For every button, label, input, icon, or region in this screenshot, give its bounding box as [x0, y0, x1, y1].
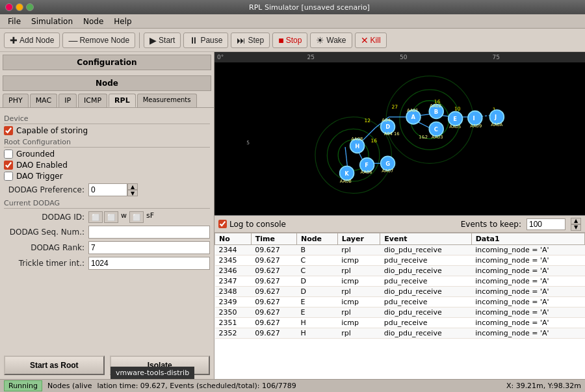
capable-storing-label: Capable of storing: [16, 126, 88, 135]
events-spin-down[interactable]: ▼: [571, 224, 581, 231]
cell-no: 2345: [215, 255, 252, 266]
cell-event: dio_pdu_receive: [380, 266, 471, 276]
svg-text:1&2: 1&2: [419, 135, 428, 140]
wake-label: Wake: [326, 36, 346, 45]
dodag-pref-label: DODAG Preference:: [4, 185, 88, 194]
capable-storing-checkbox[interactable]: [4, 126, 13, 135]
table-header-row: No Time Node Layer Event Data1: [215, 233, 585, 245]
svg-text:AA0B: AA0B: [340, 179, 352, 184]
dodag-pref-input[interactable]: 0: [88, 183, 127, 196]
svg-text:E: E: [453, 116, 457, 122]
svg-text:H: H: [355, 143, 359, 150]
cell-node: E: [296, 307, 337, 318]
start-as-root-button[interactable]: Start as Root: [4, 356, 105, 375]
wake-button[interactable]: ☀ Wake: [310, 33, 352, 48]
tab-icmp[interactable]: ICMP: [78, 94, 107, 107]
cell-data1: incoming_node = 'A': [471, 266, 584, 276]
dodag-seq-row: DODAG Seq. Num.:: [4, 226, 210, 239]
cell-data1: incoming_node = 'A': [471, 328, 584, 339]
svg-text:AA0A: AA0A: [491, 122, 503, 127]
menu-help[interactable]: Help: [109, 16, 136, 27]
tab-rpl[interactable]: RPL: [109, 94, 136, 107]
cell-time: 09.627: [251, 297, 296, 307]
tab-ip[interactable]: IP: [58, 94, 77, 107]
log-toolbar: Log to console Events to keep: 100 ▲ ▼: [214, 216, 585, 233]
cell-layer: rpl: [337, 328, 380, 339]
tooltip-text: vmware-tools-distrib: [116, 369, 189, 377]
log-to-console-checkbox-row: Log to console: [218, 220, 286, 229]
menu-node[interactable]: Node: [78, 16, 109, 27]
cell-time: 09.627: [251, 287, 296, 297]
menubar: File Simulation Node Help: [0, 14, 585, 29]
log-table-body: 234409.627Brpldio_pdu_receiveincoming_no…: [215, 245, 585, 339]
dodag-seq-input[interactable]: [88, 226, 210, 239]
spin-down-button[interactable]: ▼: [127, 190, 138, 196]
add-node-label: Add Node: [20, 36, 54, 45]
stop-label: Stop: [286, 36, 302, 45]
dodag-rank-label: DODAG Rank:: [4, 243, 88, 252]
start-button[interactable]: ▶ Start: [144, 33, 181, 48]
cell-data1: incoming_node = 'A': [471, 245, 584, 255]
svg-text:A: A: [411, 114, 416, 120]
minimize-button[interactable]: [16, 3, 23, 11]
dodag-seq-label: DODAG Seq. Num.:: [4, 228, 88, 237]
nodes-label: Nodes (alive: [47, 382, 92, 390]
svg-text:AA02: AA02: [430, 103, 441, 109]
table-row: 234609.627Crpldio_pdu_receiveincoming_no…: [215, 266, 585, 276]
events-spin-up[interactable]: ▲: [571, 218, 581, 224]
cell-event: dio_pdu_receive: [380, 307, 471, 318]
wake-icon: ☀: [316, 35, 324, 46]
running-status: Running: [4, 380, 42, 391]
pause-button[interactable]: ⏸ Pause: [183, 33, 228, 48]
dao-enabled-checkbox[interactable]: [4, 161, 13, 170]
svg-text:16: 16: [371, 138, 378, 144]
close-button[interactable]: [5, 3, 13, 11]
log-table-wrapper[interactable]: No Time Node Layer Event Data1 234409.62…: [214, 233, 585, 379]
svg-text:A04: A04: [382, 118, 390, 123]
cell-no: 2352: [215, 328, 252, 339]
trickle-timer-input[interactable]: 1024: [88, 257, 210, 270]
table-row: 234809.627Drpldio_pdu_receiveincoming_no…: [215, 287, 585, 297]
step-button[interactable]: ⏭ Step: [231, 33, 270, 48]
spin-up-button[interactable]: ▲: [127, 183, 138, 190]
dodag-id-hex-display: ⬜ ⬜ w ⬜ sF: [88, 211, 155, 223]
menu-simulation[interactable]: Simulation: [26, 16, 78, 27]
pause-icon: ⏸: [189, 35, 198, 46]
ruler-mark-25: 25: [307, 54, 315, 60]
svg-text:A04 16: A04 16: [384, 131, 400, 137]
tab-phy[interactable]: PHY: [3, 94, 29, 107]
cell-layer: icmp: [337, 276, 380, 287]
kill-button[interactable]: ✕ Kill: [355, 33, 387, 48]
grounded-checkbox[interactable]: [4, 150, 13, 159]
log-to-console-checkbox[interactable]: [218, 220, 227, 228]
table-row: 235209.627Hrpldio_pdu_receiveincoming_no…: [215, 328, 585, 339]
window-controls[interactable]: [5, 3, 34, 11]
events-to-keep-input[interactable]: 100: [526, 218, 566, 230]
add-node-button[interactable]: ✚ Add Node: [4, 33, 60, 48]
stop-button[interactable]: ■ Stop: [272, 33, 307, 48]
add-icon: ✚: [10, 35, 18, 46]
cell-no: 2347: [215, 276, 252, 287]
menu-file[interactable]: File: [3, 16, 26, 27]
grounded-label: Grounded: [16, 150, 55, 159]
ruler-mark-50: 50: [400, 54, 407, 60]
cell-data1: incoming_node = 'A': [471, 276, 584, 287]
table-row: 234409.627Brpldio_pdu_receiveincoming_no…: [215, 245, 585, 255]
trickle-timer-row: Trickle timer int.: 1024: [4, 257, 210, 270]
simulation-canvas[interactable]: 0° 25 50 75: [214, 52, 585, 215]
pause-label: Pause: [200, 36, 222, 45]
dodag-rank-input[interactable]: 7: [88, 241, 210, 254]
grounded-row: Grounded: [4, 150, 210, 159]
cell-event: pdu_receive: [380, 297, 471, 307]
remove-node-button[interactable]: — Remove Node: [62, 33, 135, 48]
dao-enabled-label: DAO Enabled: [16, 161, 68, 170]
svg-text:I: I: [473, 115, 474, 122]
cell-time: 09.627: [251, 276, 296, 287]
tab-mac[interactable]: MAC: [30, 94, 58, 107]
maximize-button[interactable]: [26, 3, 34, 11]
dao-trigger-checkbox[interactable]: [4, 172, 13, 181]
cell-node: C: [296, 266, 337, 276]
trickle-timer-label: Trickle timer int.:: [4, 259, 88, 268]
tab-measurements[interactable]: Measurements: [137, 94, 197, 107]
cell-layer: icmp: [337, 297, 380, 307]
